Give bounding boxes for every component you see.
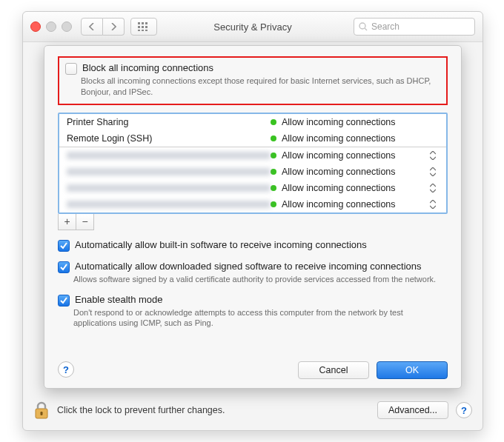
app-status: Allow incoming connections: [282, 133, 396, 144]
auto-builtin-label: Automatically allow built-in software to…: [75, 239, 367, 250]
row-stepper[interactable]: [430, 184, 439, 192]
stealth-checkbox[interactable]: [58, 295, 70, 307]
svg-point-9: [359, 23, 365, 29]
search-icon: [359, 22, 368, 31]
status-dot-icon: [271, 185, 276, 191]
svg-rect-6: [138, 30, 140, 31]
app-name: Printer Sharing: [67, 117, 271, 127]
auto-signed-description: Allows software signed by a valid certif…: [58, 274, 448, 285]
lock-row: Click the lock to prevent further change…: [33, 401, 472, 420]
status-dot-icon: [271, 201, 276, 207]
stepper-icon: [430, 200, 436, 209]
help-button[interactable]: ?: [58, 361, 74, 378]
block-all-label: Block all incoming connections: [82, 62, 213, 73]
search-input[interactable]: Search: [354, 18, 475, 36]
lock-description: Click the lock to prevent further change…: [57, 405, 225, 415]
app-status: Allow incoming connections: [282, 167, 396, 177]
check-icon: [59, 241, 68, 250]
nav-segmented: [81, 18, 125, 36]
stepper-icon: [430, 184, 436, 192]
svg-rect-5: [145, 26, 147, 28]
svg-rect-12: [41, 412, 43, 415]
chevron-right-icon: [110, 23, 116, 30]
status-dot-icon: [271, 153, 276, 158]
check-icon: [59, 263, 68, 272]
help-button[interactable]: ?: [456, 402, 472, 418]
table-row[interactable]: Printer Sharing Allow incoming connectio…: [59, 114, 446, 130]
row-stepper[interactable]: [430, 167, 439, 176]
app-name: [67, 168, 271, 175]
grid-icon: [138, 22, 150, 31]
app-name: [67, 201, 271, 208]
svg-rect-4: [142, 26, 144, 28]
svg-rect-1: [142, 22, 144, 24]
advanced-button[interactable]: Advanced...: [377, 401, 448, 419]
app-status: Allow incoming connections: [282, 150, 396, 161]
svg-rect-3: [138, 26, 140, 28]
stealth-description: Don't respond to or acknowledge attempts…: [58, 307, 448, 329]
add-remove-controls: + −: [58, 214, 448, 230]
window-toolbar: Security & Privacy Search: [23, 12, 483, 42]
search-placeholder: Search: [371, 21, 399, 32]
close-window-button[interactable]: [30, 21, 41, 32]
window-controls: [30, 21, 72, 32]
app-name: [67, 184, 271, 192]
check-icon: [59, 296, 68, 305]
app-status: Allow incoming connections: [282, 199, 396, 210]
block-all-checkbox[interactable]: [65, 63, 77, 75]
table-row[interactable]: Allow incoming connections: [59, 180, 446, 196]
stepper-icon: [430, 151, 436, 160]
show-all-button[interactable]: [130, 18, 157, 36]
stepper-icon: [430, 167, 436, 176]
minimize-window-button[interactable]: [46, 21, 56, 32]
auto-signed-label: Automatically allow downloaded signed so…: [75, 261, 422, 272]
table-row[interactable]: Remote Login (SSH) Allow incoming connec…: [59, 130, 446, 147]
stealth-label: Enable stealth mode: [75, 294, 163, 305]
back-button[interactable]: [81, 18, 103, 36]
lock-icon[interactable]: [33, 401, 50, 420]
svg-rect-8: [145, 30, 147, 31]
app-status: Allow incoming connections: [282, 183, 396, 193]
ok-button[interactable]: OK: [377, 361, 448, 379]
row-stepper[interactable]: [430, 151, 439, 160]
block-all-description: Blocks all incoming connections except t…: [65, 76, 440, 98]
sheet-button-row: Cancel OK: [298, 361, 448, 379]
table-row[interactable]: Allow incoming connections: [59, 164, 446, 180]
table-row[interactable]: Allow incoming connections: [59, 196, 446, 212]
app-name: [67, 152, 271, 159]
forward-button[interactable]: [103, 18, 125, 36]
cancel-button[interactable]: Cancel: [298, 361, 369, 379]
table-row[interactable]: Allow incoming connections: [59, 147, 446, 164]
app-status: Allow incoming connections: [282, 117, 396, 127]
preferences-window: Security & Privacy Search Block all inco…: [22, 11, 483, 431]
chevron-left-icon: [89, 23, 95, 30]
firewall-options-sheet: Block all incoming connections Blocks al…: [44, 45, 462, 389]
status-dot-icon: [271, 119, 276, 125]
svg-rect-0: [138, 22, 140, 24]
status-dot-icon: [271, 169, 276, 175]
zoom-window-button[interactable]: [62, 21, 72, 32]
auto-signed-checkbox[interactable]: [58, 261, 70, 273]
status-dot-icon: [271, 135, 276, 141]
remove-button[interactable]: −: [76, 214, 94, 230]
svg-line-10: [365, 28, 367, 30]
auto-builtin-checkbox[interactable]: [58, 240, 70, 252]
add-button[interactable]: +: [58, 214, 76, 230]
svg-rect-7: [142, 30, 144, 31]
row-stepper[interactable]: [430, 200, 439, 209]
svg-rect-2: [145, 22, 147, 24]
app-name: Remote Login (SSH): [67, 133, 271, 144]
firewall-app-list[interactable]: Printer Sharing Allow incoming connectio…: [58, 113, 448, 214]
block-all-highlight: Block all incoming connections Blocks al…: [58, 56, 448, 105]
